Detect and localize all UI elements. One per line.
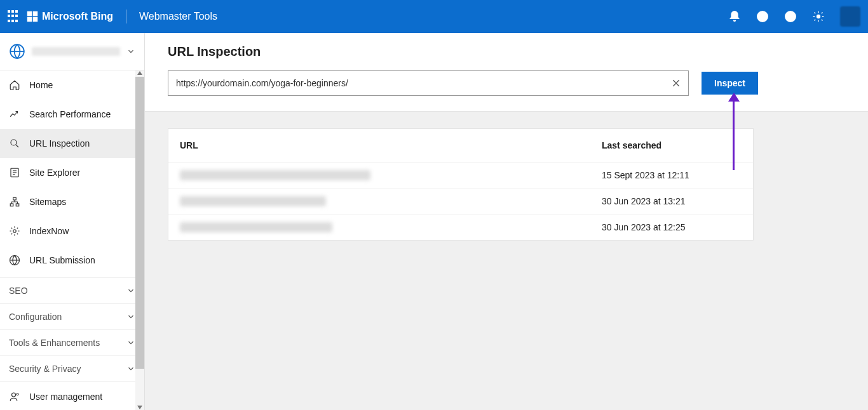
sidebar-item-label: URL Submission [29,255,95,265]
column-header-url: URL [180,140,602,150]
svg-point-19 [13,230,17,233]
clear-button[interactable] [668,76,684,91]
date-cell: 15 Sept 2023 at 12:11 [602,170,742,180]
avatar[interactable] [840,6,860,27]
table-row[interactable]: 15 Sept 2023 at 12:11 [168,162,753,188]
sidebar-item-label: Home [29,80,53,90]
url-cell-redacted [180,222,332,232]
svg-point-11 [11,140,17,145]
sidebar-item-label: Sitemaps [29,197,66,207]
history-table: URL Last searched 15 Sept 2023 at 12:11 … [168,128,754,241]
sidebar-group-security[interactable]: Security & Privacy [0,355,144,381]
inspect-button[interactable]: Inspect [702,72,758,95]
chevron-down-icon [126,286,135,295]
annotation-arrow [733,100,735,170]
indexnow-icon [9,225,20,237]
svg-rect-16 [13,197,17,200]
sidebar-item-label: User management [29,392,102,402]
product-name: Webmaster Tools [139,11,217,22]
sidebar-item-sitemaps[interactable]: Sitemaps [0,187,144,216]
windows-icon [27,11,38,22]
svg-point-6 [785,11,796,22]
feedback-icon[interactable] [784,10,797,23]
top-header: Microsoft Bing Webmaster Tools [0,0,868,33]
column-header-date: Last searched [602,140,742,150]
help-icon[interactable] [756,10,769,23]
scroll-down-icon[interactable] [137,405,143,410]
sidebar-group-label: Security & Privacy [9,364,81,374]
search-icon [9,138,20,149]
sidebar-item-site-explorer[interactable]: Site Explorer [0,158,144,187]
sidebar-item-url-submission[interactable]: URL Submission [0,246,144,275]
sitemap-icon [9,196,20,208]
chevron-down-icon [126,47,135,56]
svg-rect-3 [33,17,38,22]
date-cell: 30 Jun 2023 at 13:21 [602,196,742,206]
table-row[interactable]: 30 Jun 2023 at 13:21 [168,188,753,215]
svg-rect-1 [33,11,38,17]
apps-launcher-icon[interactable] [8,10,20,23]
sidebar-nav: Home Search Performance URL Inspection S… [0,70,144,410]
page-title: URL Inspection [168,44,830,59]
date-cell: 30 Jun 2023 at 12:25 [602,222,742,232]
sidebar-item-home[interactable]: Home [0,70,144,100]
sidebar-group-label: SEO [9,286,28,296]
chevron-down-icon [126,338,135,347]
svg-rect-18 [16,204,19,206]
svg-rect-2 [27,17,32,22]
sidebar-group-seo[interactable]: SEO [0,277,144,303]
trend-icon [9,109,20,120]
url-cell-redacted [180,170,370,180]
url-input[interactable] [168,70,689,96]
gear-icon[interactable] [812,10,825,23]
scroll-up-icon[interactable] [137,70,143,76]
sidebar-item-label: Search Performance [29,109,111,119]
home-icon [9,79,20,91]
svg-point-21 [12,393,16,397]
arrow-head-icon [728,93,740,102]
sidebar-group-tools[interactable]: Tools & Enhancements [0,329,144,355]
sidebar-group-label: Tools & Enhancements [9,338,100,348]
sidebar-item-search-performance[interactable]: Search Performance [0,100,144,129]
svg-rect-17 [10,204,13,206]
scrollbar-track[interactable] [135,70,144,410]
sidebar-item-label: IndexNow [29,226,69,236]
bing-logo[interactable]: Microsoft Bing [27,11,113,22]
globe-icon [9,43,25,60]
site-selector[interactable] [0,33,144,70]
sidebar-item-label: URL Inspection [29,138,90,149]
svg-point-22 [17,393,18,395]
sidebar: Home Search Performance URL Inspection S… [0,33,145,410]
sidebar-item-indexnow[interactable]: IndexNow [0,216,144,246]
user-icon [9,391,20,402]
svg-point-5 [762,19,763,20]
scrollbar-thumb[interactable] [135,77,144,369]
table-row[interactable]: 30 Jun 2023 at 12:25 [168,215,753,240]
bell-icon[interactable] [728,10,741,23]
url-cell-redacted [180,196,326,206]
sidebar-group-label: Configuration [9,312,62,322]
svg-point-8 [792,15,793,17]
sidebar-item-label: Site Explorer [29,168,80,178]
sidebar-group-configuration[interactable]: Configuration [0,303,144,329]
sidebar-item-user-management[interactable]: User management [0,381,144,410]
site-name-placeholder [32,47,120,56]
main-content: URL Inspection Inspect URL Last searched [145,33,868,410]
chevron-down-icon [126,364,135,373]
svg-point-9 [817,15,820,18]
url-submission-icon [9,255,20,266]
explorer-icon [9,167,20,178]
chevron-down-icon [126,312,135,321]
close-icon [671,78,681,88]
sidebar-item-url-inspection[interactable]: URL Inspection [0,129,144,158]
svg-point-7 [788,15,789,17]
svg-rect-0 [27,11,32,17]
header-divider [126,10,126,23]
brand-text: Microsoft Bing [42,11,113,22]
